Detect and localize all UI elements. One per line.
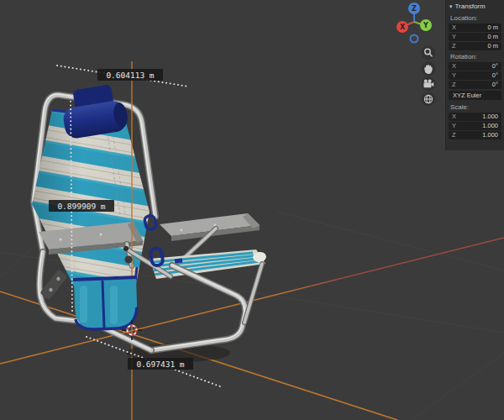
location-x-field[interactable]: X 0 m (449, 24, 501, 32)
scale-z-field[interactable]: Z 1.000 (449, 131, 501, 139)
transform-panel-header[interactable]: ▾ Transform (446, 0, 504, 13)
camera-view-button[interactable] (422, 77, 436, 92)
gizmo-minus-z-axis[interactable] (411, 35, 418, 43)
chair-pouch (73, 277, 137, 329)
location-label: Location: (446, 13, 504, 24)
viewport-nav-buttons (422, 46, 436, 107)
3d-viewport[interactable]: 0.604113 m 0.899909 m 0.697431 m (0, 0, 504, 420)
perspective-grid-button[interactable] (422, 92, 436, 107)
zoom-button[interactable] (422, 46, 436, 60)
panel-title: Transform (455, 3, 486, 11)
chevron-down-icon: ▾ (449, 3, 453, 11)
svg-text:Z: Z (412, 5, 417, 13)
scale-label: Scale: (446, 102, 504, 113)
rotation-x-field[interactable]: X 0° (449, 62, 501, 71)
ruler-label-height: 0.899909 m (49, 200, 114, 212)
scale-x-field[interactable]: X 1.000 (449, 113, 501, 121)
svg-text:0.697431 m: 0.697431 m (136, 360, 184, 369)
svg-text:0.899909 m: 0.899909 m (57, 202, 105, 211)
svg-text:0.604113 m: 0.604113 m (106, 71, 154, 80)
ruler-label-width: 0.604113 m (97, 69, 163, 81)
ruler-label-depth: 0.697431 m (128, 358, 193, 370)
rotation-z-field[interactable]: Z 0° (449, 81, 501, 89)
transform-panel: ▾ Transform Location: X 0 m Y 0 m Z 0 m … (445, 0, 504, 150)
gizmo-x-axis[interactable]: X (396, 21, 408, 33)
gizmo-z-axis[interactable]: Z (408, 3, 420, 14)
rotation-mode-dropdown[interactable]: XYZ Euler (449, 91, 501, 100)
svg-text:Y: Y (423, 22, 428, 29)
scale-y-field[interactable]: Y 1.000 (449, 122, 501, 130)
rotation-y-field[interactable]: Y 0° (449, 71, 501, 80)
pan-button[interactable] (422, 62, 436, 76)
location-y-field[interactable]: Y 0 m (449, 33, 501, 41)
location-z-field[interactable]: Z 0 m (449, 42, 501, 50)
svg-text:X: X (400, 24, 406, 31)
blender-window: 0.604113 m 0.899909 m 0.697431 m (0, 0, 504, 420)
navigation-gizmo[interactable]: Z X Y (396, 3, 432, 43)
rotation-label: Rotation: (446, 51, 504, 62)
gizmo-y-axis[interactable]: Y (420, 19, 432, 31)
